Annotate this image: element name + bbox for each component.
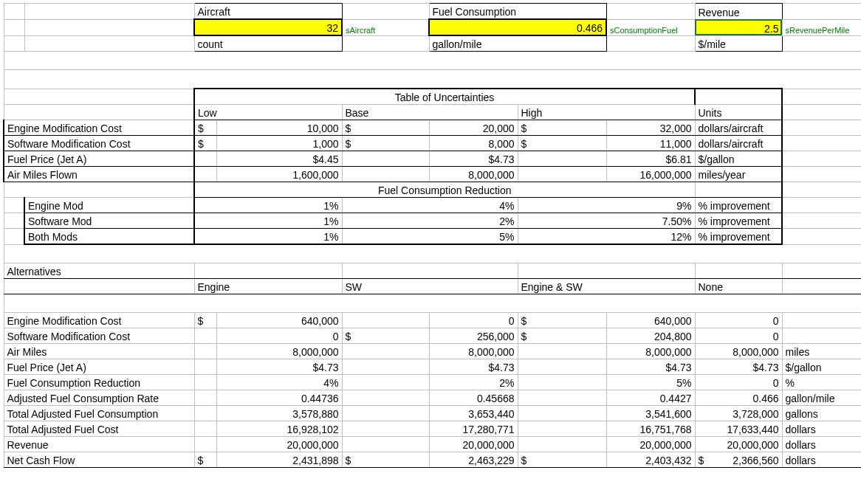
alt-row-label: Total Adjusted Fuel Cost (4, 421, 194, 437)
alt-row-label: Total Adjusted Fuel Consumption (4, 406, 194, 421)
unc-row-label: Engine Modification Cost (4, 120, 194, 136)
col-base: Base (342, 105, 518, 120)
uncertainties-title: Table of Uncertainties (194, 89, 695, 105)
aircraft-unit: count (194, 35, 342, 52)
alternatives-title: Alternatives (4, 263, 194, 279)
col-low: Low (194, 105, 342, 120)
fcr-row-label: Software Mod (24, 213, 194, 229)
fuelcons-unit: gallon/mile (429, 35, 606, 52)
alt-row-label: Fuel Consumption Reduction (4, 375, 194, 390)
spreadsheet-grid[interactable]: Aircraft Fuel Consumption Revenue 32 sAi… (3, 3, 861, 468)
unc-row-label: Software Modification Cost (4, 136, 194, 151)
alt-col-both: Engine & SW (518, 279, 695, 294)
fuelcons-label: Fuel Consumption (429, 4, 606, 20)
alt-row-label: Software Modification Cost (4, 328, 194, 344)
col-units: Units (695, 105, 782, 120)
alt-row-label: Revenue (4, 437, 194, 452)
fcr-title: Fuel Consumption Reduction (194, 182, 695, 198)
aircraft-range-name: sAircraft (342, 19, 429, 35)
revenue-unit: $/mile (695, 35, 782, 52)
alt-col-sw: SW (342, 279, 518, 294)
alt-col-engine: Engine (194, 279, 342, 294)
fcr-row-label: Engine Mod (24, 198, 194, 213)
aircraft-input[interactable]: 32 (194, 19, 342, 35)
fuelcons-range-name: sConsumptionFuel (606, 19, 695, 35)
revenue-range-name: sRevenuePerMile (782, 19, 861, 35)
alt-row-label: Net Cash Flow (4, 452, 194, 468)
revenue-input[interactable]: 2.5 (695, 19, 782, 35)
alt-row-label: Engine Modification Cost (4, 313, 194, 328)
unc-row-label: Air Miles Flown (4, 167, 194, 182)
alt-row-label: Fuel Price (Jet A) (4, 359, 194, 375)
fcr-row-label: Both Mods (24, 229, 194, 245)
alt-row-label: Adjusted Fuel Consumption Rate (4, 390, 194, 406)
aircraft-label: Aircraft (194, 4, 342, 20)
alt-col-none: None (695, 279, 782, 294)
col-high: High (518, 105, 695, 120)
fuelcons-input[interactable]: 0.466 (429, 19, 606, 35)
revenue-label: Revenue (695, 4, 782, 20)
unc-row-label: Fuel Price (Jet A) (4, 151, 194, 167)
alt-row-label: Air Miles (4, 344, 194, 359)
